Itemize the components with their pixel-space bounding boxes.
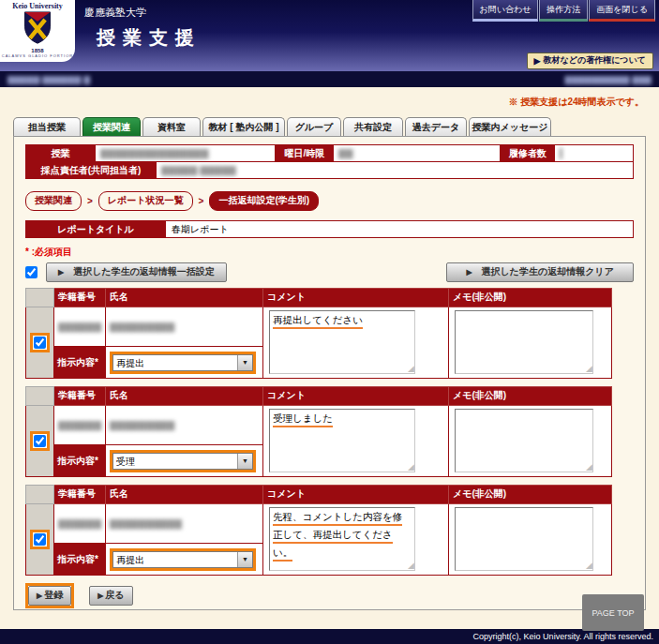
memo-textarea[interactable] (455, 507, 593, 571)
instruction-select[interactable]: 再提出▼ (112, 354, 253, 371)
logged-in-user-redacted: ▇▇▇▇▇ ▇▇▇▇▇▇ ▇ (7, 75, 90, 84)
breadcrumb: 授業関連 > レポート状況一覧 > 一括返却設定(学生別) (25, 191, 634, 211)
play-icon: ▶ (58, 268, 64, 277)
instruction-label: 指示内容* (54, 544, 106, 576)
checkbox-column-header (26, 387, 54, 406)
play-icon: ▶ (534, 56, 541, 66)
highlight-box: 再提出▼ (110, 548, 256, 571)
breadcrumb-batch-return-current: 一括返却設定(学生別) (209, 191, 319, 211)
name-header: 氏名 (106, 387, 263, 406)
class-value-redacted: ▇▇▇▇▇▇▇▇▇▇▇▇▇▇▇ (100, 148, 208, 158)
day-period-value-redacted: ▇▇ (338, 148, 352, 158)
breadcrumb-report-status-list[interactable]: レポート状況一覧 (98, 191, 193, 211)
select-student-checkbox[interactable] (34, 337, 46, 349)
memo-textarea[interactable] (455, 310, 593, 374)
checkbox-column-header (26, 486, 54, 504)
highlight-box (30, 333, 50, 352)
tab-class-messages[interactable]: 授業内メッセージ (469, 117, 551, 136)
materials-copyright-link[interactable]: ▶ 教材などの著作権について (527, 52, 653, 69)
play-icon: ▶ (97, 592, 103, 600)
select-student-checkbox[interactable] (34, 533, 46, 546)
select-all-checkbox[interactable] (25, 266, 37, 278)
page-top-button[interactable]: PAGE TOP (582, 594, 644, 631)
dropdown-arrow-icon: ▼ (237, 454, 252, 469)
student-block: 学籍番号 氏名 コメント メモ(非公開) ▇▇▇▇▇▇ ▇▇▇▇▇▇▇▇▇ 再提… (25, 288, 634, 379)
play-icon: ▶ (37, 592, 42, 600)
logo-motto: CALAMVS GLADIO FORTIOR (0, 53, 75, 58)
tab-resource-room[interactable]: 資料室 (142, 117, 201, 136)
required-note: * :必須項目 (25, 246, 634, 259)
page: Keio University 1858 CALAMVS GLADIO FORT… (0, 0, 659, 644)
header-nav: お問い合わせ 操作方法 画面を閉じる (472, 0, 655, 22)
report-title-label: レポートタイトル (25, 220, 166, 238)
breadcrumb-separator: > (87, 196, 93, 206)
breadcrumb-separator: > (199, 196, 204, 206)
grader-label: 採点責任者(共同担当者) (25, 161, 157, 179)
breadcrumb-class-related[interactable]: 授業関連 (25, 191, 82, 211)
user-bar: ▇▇▇▇▇ ▇▇▇▇▇▇ ▇ ▇▇▇▇▇▇▇▇▇▇ ▇▇▇ (0, 71, 659, 87)
highlight-box: 受理▼ (110, 450, 256, 472)
tab-share-settings[interactable]: 共有設定 (343, 117, 403, 136)
tab-materials[interactable]: 教材 [ 塾内公開 ] (202, 117, 285, 136)
student-id-redacted: ▇▇▇▇▇▇ (58, 420, 101, 430)
tab-class-related[interactable]: 授業関連 (82, 117, 141, 136)
checkbox-column-header (26, 289, 54, 307)
dropdown-arrow-icon: ▼ (237, 552, 252, 567)
highlight-box: ▶ 登録 (25, 583, 74, 608)
class-info-row-1: 授業 ▇▇▇▇▇▇▇▇▇▇▇▇▇▇▇ 曜日/時限 ▇▇ 履修者数 ▍ (25, 144, 634, 162)
batch-set-return-info-button[interactable]: ▶ 選択した学生の返却情報一括設定 (46, 262, 227, 282)
content-panel: 授業 ▇▇▇▇▇▇▇▇▇▇▇▇▇▇▇ 曜日/時限 ▇▇ 履修者数 ▍ 採点責任者… (13, 136, 646, 610)
keio-logo: Keio University 1858 CALAMVS GLADIO FORT… (0, 0, 75, 62)
report-title-value: 春期レポート (166, 220, 634, 238)
instruction-select[interactable]: 受理▼ (112, 453, 253, 470)
logo-text: Keio University (0, 2, 75, 10)
student-name-redacted: ▇▇▇▇▇▇▇▇▇ (110, 322, 174, 332)
footer: Copyright(c), Keio University. All right… (0, 629, 659, 644)
howto-button[interactable]: 操作方法 (539, 0, 588, 22)
highlight-box (30, 530, 50, 549)
page-title: 授業支援 (97, 25, 202, 51)
comment-textarea[interactable]: 受理しました (269, 409, 415, 472)
enrolled-value-redacted: ▍ (560, 148, 567, 158)
instruction-select[interactable]: 再提出▼ (112, 551, 253, 568)
memo-header: メモ(非公開) (449, 387, 612, 406)
comment-header: コメント (263, 486, 449, 504)
close-screen-button[interactable]: 画面を閉じる (589, 0, 655, 22)
datetime-redacted: ▇▇▇▇▇▇▇▇▇▇ ▇▇▇ (565, 75, 652, 84)
tab-past-data[interactable]: 過去データ (405, 117, 467, 136)
contact-button[interactable]: お問い合わせ (472, 0, 539, 22)
tab-assigned-classes[interactable]: 担当授業 (13, 117, 81, 136)
student-id-header: 学籍番号 (54, 289, 106, 307)
tab-group[interactable]: グループ (287, 117, 341, 136)
student-id-redacted: ▇▇▇▇▇▇ (58, 518, 101, 529)
register-button[interactable]: ▶ 登録 (28, 586, 71, 606)
student-name-redacted: ▇▇▇▇▇▇▇▇▇ (110, 420, 174, 430)
24h-notice: ※ 授業支援は24時間表示です。 (0, 87, 659, 116)
back-button[interactable]: ▶ 戻る (89, 586, 132, 606)
student-block: 学籍番号 氏名 コメント メモ(非公開) ▇▇▇▇▇▇ ▇▇▇▇▇▇▇▇▇▇ 先… (25, 485, 634, 576)
select-student-checkbox[interactable] (34, 435, 46, 447)
day-period-label: 曜日/時限 (276, 144, 334, 162)
instruction-label: 指示内容* (54, 445, 106, 477)
memo-header: メモ(非公開) (449, 486, 612, 504)
batch-actions-row: ▶ 選択した学生の返却情報一括設定 ▶ 選択した学生の返却情報クリア (25, 262, 634, 282)
university-name: 慶應義塾大学 (84, 6, 146, 20)
student-name-redacted: ▇▇▇▇▇▇▇▇▇▇ (110, 518, 182, 529)
highlight-box (30, 431, 50, 451)
comment-header: コメント (263, 289, 449, 307)
dropdown-arrow-icon: ▼ (237, 355, 252, 370)
form-actions: ▶ 登録 ▶ 戻る (25, 583, 634, 608)
play-icon: ▶ (466, 268, 472, 277)
grader-value-redacted: ▇▇▇▇▇ ▇▇▇▇▇ (161, 165, 236, 175)
student-id-header: 学籍番号 (54, 387, 106, 406)
clear-return-info-button[interactable]: ▶ 選択した学生の返却情報クリア (446, 262, 634, 282)
memo-textarea[interactable] (455, 409, 593, 472)
enrolled-label: 履修者数 (501, 144, 555, 162)
class-info-table: 授業 ▇▇▇▇▇▇▇▇▇▇▇▇▇▇▇ 曜日/時限 ▇▇ 履修者数 ▍ 採点責任者… (25, 144, 634, 179)
comment-textarea[interactable]: 再提出してください (269, 310, 415, 374)
comment-header: コメント (263, 387, 449, 406)
report-title-row: レポートタイトル 春期レポート (25, 220, 634, 238)
comment-textarea[interactable]: 先程、コメントした内容を修 正して、再提出してくださ い。 (269, 507, 415, 571)
student-id-redacted: ▇▇▇▇▇▇ (58, 322, 101, 332)
class-label: 授業 (25, 144, 96, 162)
